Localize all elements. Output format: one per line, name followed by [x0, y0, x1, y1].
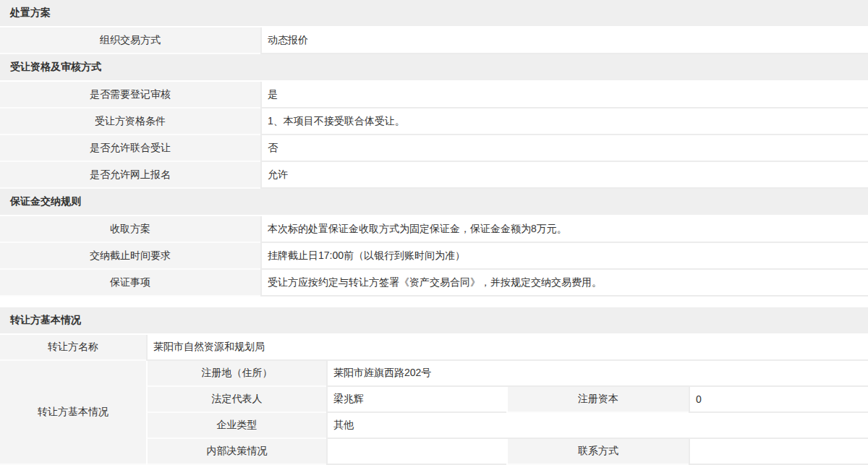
section-header-transfer-qualification: 受让资格及审核方式 — [0, 54, 868, 82]
table-row: 是否允许联合受让 否 — [0, 135, 868, 162]
field-value-internal-decision — [326, 439, 506, 465]
field-value-payment-deadline: 挂牌截止日17:00前（以银行到账时间为准） — [260, 243, 868, 270]
table-row: 转让方名称 莱阳市自然资源和规划局 — [0, 335, 868, 361]
table-divider — [0, 297, 868, 307]
field-value-guarantee-matters: 受让方应按约定与转让方签署《资产交易合同》，并按规定交纳交易费用。 — [260, 270, 868, 297]
field-label-enterprise-type: 企业类型 — [146, 413, 326, 439]
field-label-collection-plan: 收取方案 — [0, 216, 260, 243]
section-row-transferor-info: 转让方基本情况 — [0, 307, 868, 335]
field-value-collection-plan: 本次标的处置保证金收取方式为固定保证金，保证金金额为8万元。 — [260, 216, 868, 243]
field-value-allow-joint-transfer: 否 — [260, 135, 868, 162]
section-row-disposal-plan: 处置方案 — [0, 0, 868, 27]
disposal-info-table: 处置方案 组织交易方式 动态报价 受让资格及审核方式 是否需要登记审核 是 受让… — [0, 0, 868, 297]
listing-detail-page: 处置方案 组织交易方式 动态报价 受让资格及审核方式 是否需要登记审核 是 受让… — [0, 0, 868, 465]
field-label-transferor-name: 转让方名称 — [0, 335, 146, 361]
field-label-allow-online-signup: 是否允许网上报名 — [0, 162, 260, 189]
table-row: 是否允许网上报名 允许 — [0, 162, 868, 189]
field-label-legal-representative: 法定代表人 — [146, 387, 326, 413]
field-value-registered-address: 莱阳市旌旗西路202号 — [326, 361, 868, 387]
field-label-registered-capital: 注册资本 — [506, 387, 689, 413]
section-header-deposit-rules: 保证金交纳规则 — [0, 189, 868, 216]
field-label-trade-method: 组织交易方式 — [0, 27, 260, 54]
table-row: 是否需要登记审核 是 — [0, 82, 868, 108]
section-header-disposal-plan: 处置方案 — [0, 0, 868, 27]
table-row: 转让方基本情况 注册地（住所） 莱阳市旌旗西路202号 — [0, 361, 868, 387]
field-value-allow-online-signup: 允许 — [260, 162, 868, 189]
field-value-contact-info — [689, 439, 868, 465]
field-label-allow-joint-transfer: 是否允许联合受让 — [0, 135, 260, 162]
section-row-deposit-rules: 保证金交纳规则 — [0, 189, 868, 216]
field-value-trade-method: 动态报价 — [260, 27, 868, 54]
section-row-transfer-qualification: 受让资格及审核方式 — [0, 54, 868, 82]
field-label-guarantee-matters: 保证事项 — [0, 270, 260, 297]
table-row: 组织交易方式 动态报价 — [0, 27, 868, 54]
table-row: 保证事项 受让方应按约定与转让方签署《资产交易合同》，并按规定交纳交易费用。 — [0, 270, 868, 297]
section-header-transferor-info: 转让方基本情况 — [0, 307, 868, 335]
field-label-contact-info: 联系方式 — [506, 439, 689, 465]
group-label-transferor-basic-info: 转让方基本情况 — [0, 361, 146, 465]
table-row: 交纳截止时间要求 挂牌截止日17:00前（以银行到账时间为准） — [0, 243, 868, 270]
transferor-info-table: 转让方基本情况 转让方名称 莱阳市自然资源和规划局 转让方基本情况 注册地（住所… — [0, 307, 868, 465]
table-row: 收取方案 本次标的处置保证金收取方式为固定保证金，保证金金额为8万元。 — [0, 216, 868, 243]
field-value-transferor-name: 莱阳市自然资源和规划局 — [146, 335, 868, 361]
field-value-transferee-qualification: 1、本项目不接受联合体受让。 — [260, 108, 868, 135]
field-label-payment-deadline: 交纳截止时间要求 — [0, 243, 260, 270]
field-label-internal-decision: 内部决策情况 — [146, 439, 326, 465]
field-label-registered-address: 注册地（住所） — [146, 361, 326, 387]
table-row: 受让方资格条件 1、本项目不接受联合体受让。 — [0, 108, 868, 135]
field-value-enterprise-type: 其他 — [326, 413, 868, 439]
field-value-registered-capital: 0 — [689, 387, 868, 413]
field-label-transferee-qualification: 受让方资格条件 — [0, 108, 260, 135]
field-value-need-registration-review: 是 — [260, 82, 868, 108]
field-label-need-registration-review: 是否需要登记审核 — [0, 82, 260, 108]
field-value-legal-representative: 梁兆辉 — [326, 387, 506, 413]
